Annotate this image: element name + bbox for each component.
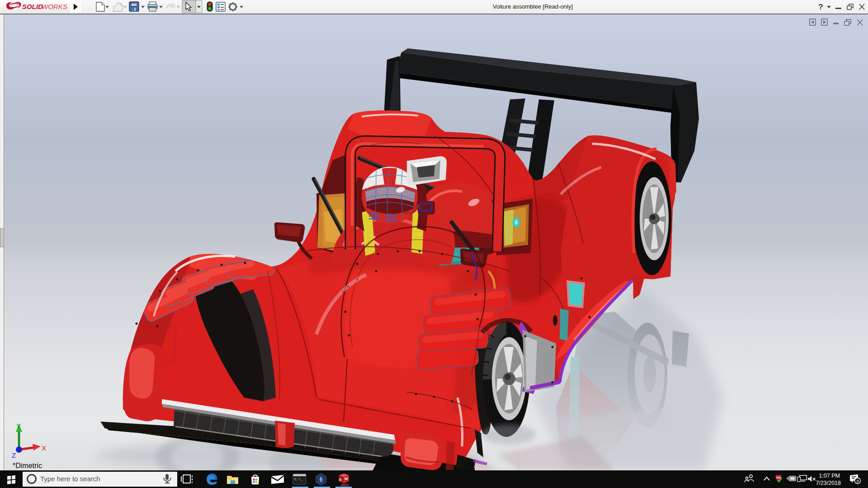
svg-text:1:07 PM: 1:07 PM <box>819 473 840 479</box>
svg-text:X: X <box>42 444 46 452</box>
svg-text:W: W <box>344 477 348 481</box>
svg-text:C:\_: C:\_ <box>294 477 303 481</box>
svg-text:S: S <box>339 478 342 482</box>
svg-text:2017: 2017 <box>341 483 349 487</box>
svg-text:Z: Z <box>12 451 16 459</box>
svg-text:WORKS: WORKS <box>42 3 67 10</box>
svg-text:SOLID: SOLID <box>22 3 43 10</box>
svg-text:?: ? <box>818 3 823 11</box>
svg-text:7/23/2018: 7/23/2018 <box>816 480 841 486</box>
svg-text:Y: Y <box>16 422 21 430</box>
svg-text:SW: SW <box>776 476 781 479</box>
svg-text:3: 3 <box>856 479 859 483</box>
